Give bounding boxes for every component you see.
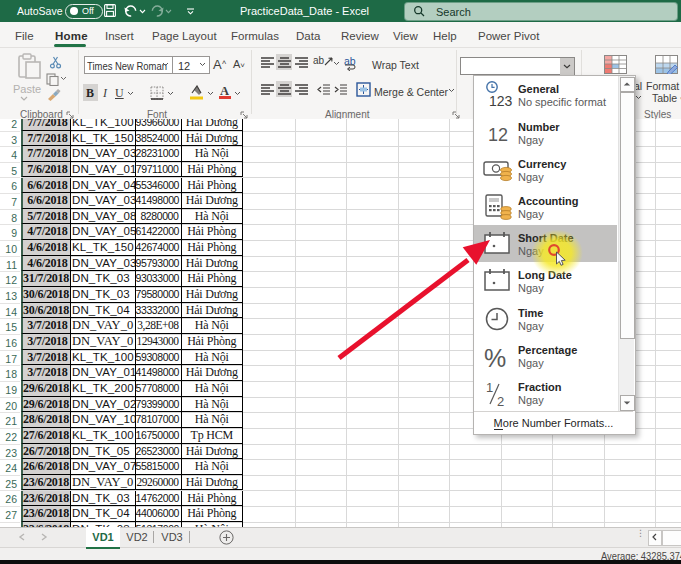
svg-text:12: 12	[488, 125, 508, 145]
svg-text:123: 123	[489, 93, 513, 109]
svg-text:2: 2	[497, 394, 504, 408]
svg-text:%: %	[484, 344, 506, 371]
svg-text:1: 1	[486, 380, 493, 395]
